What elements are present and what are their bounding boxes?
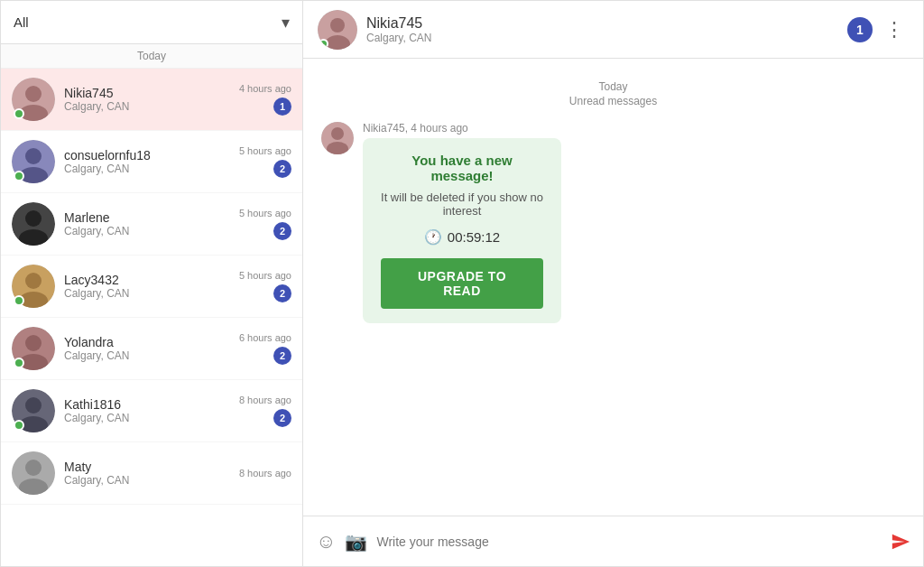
header-location: Calgary, CAN <box>366 32 847 44</box>
contact-item[interactable]: consuelornfu18 Calgary, CAN 5 hours ago … <box>1 131 302 193</box>
contact-item[interactable]: Maty Calgary, CAN 8 hours ago <box>1 442 302 505</box>
more-options-button[interactable]: ⋮ <box>880 18 909 42</box>
contact-info: Lacy3432 Calgary, CAN <box>64 273 239 300</box>
chat-body: Today Unread messages Nikia745, 4 hours … <box>303 59 923 516</box>
avatar-wrap <box>12 202 55 246</box>
contact-location: Calgary, CAN <box>64 225 239 237</box>
online-indicator <box>14 171 24 181</box>
contact-meta: 5 hours ago 2 <box>239 208 291 240</box>
svg-point-1 <box>25 86 42 102</box>
svg-point-19 <box>25 460 42 476</box>
contact-location: Calgary, CAN <box>64 412 239 424</box>
unread-badge: 2 <box>273 160 291 178</box>
message-row: Nikia745, 4 hours ago You have a new mes… <box>321 122 905 323</box>
contact-name: consuelornfu18 <box>64 148 239 163</box>
header-name: Nikia745 <box>366 15 847 32</box>
avatar-wrap <box>12 327 55 370</box>
contact-location: Calgary, CAN <box>64 100 239 113</box>
send-icon <box>891 532 910 552</box>
contact-name: Yolandra <box>64 335 239 349</box>
message-card: You have a new message! It will be delet… <box>363 138 561 323</box>
avatar-wrap <box>12 389 55 432</box>
contact-info: Yolandra Calgary, CAN <box>64 335 239 362</box>
unread-badge: 2 <box>273 409 291 427</box>
timer-row: 🕐 00:59:12 <box>381 228 543 246</box>
contact-time: 4 hours ago <box>239 83 291 94</box>
camera-button[interactable]: 📷 <box>345 531 367 553</box>
contact-item[interactable]: Lacy3432 Calgary, CAN 5 hours ago 2 <box>1 256 302 318</box>
right-panel: Nikia745 Calgary, CAN 1 ⋮ Today Unread m… <box>303 1 923 566</box>
chat-input-bar: ☺ 📷 <box>303 516 923 566</box>
online-indicator <box>14 358 24 368</box>
avatar-wrap <box>12 265 55 308</box>
chat-header: Nikia745 Calgary, CAN 1 ⋮ <box>303 1 923 59</box>
svg-point-22 <box>330 18 345 33</box>
left-panel: All ▾ Today Nikia745 Calgary, CAN 4 hour… <box>1 1 303 566</box>
notification-badge[interactable]: 1 <box>847 17 873 42</box>
clock-icon: 🕐 <box>424 228 442 246</box>
contact-meta: 6 hours ago 2 <box>239 332 291 365</box>
contact-name: Lacy3432 <box>64 273 239 287</box>
contact-time: 5 hours ago <box>239 270 291 281</box>
unread-badge: 2 <box>273 284 291 302</box>
message-card-title: You have a new message! <box>381 153 543 183</box>
contact-name: Maty <box>64 460 239 474</box>
contact-item[interactable]: Yolandra Calgary, CAN 6 hours ago 2 <box>1 318 302 380</box>
emoji-icon: ☺ <box>316 530 336 553</box>
contact-meta: 5 hours ago 2 <box>239 145 291 178</box>
contact-time: 5 hours ago <box>239 145 291 156</box>
contact-location: Calgary, CAN <box>64 287 239 300</box>
contact-info: Marlene Calgary, CAN <box>64 210 239 237</box>
header-avatar <box>318 10 357 50</box>
contact-time: 5 hours ago <box>239 208 291 218</box>
camera-icon: 📷 <box>345 532 367 552</box>
svg-point-16 <box>25 397 42 414</box>
app-container: All ▾ Today Nikia745 Calgary, CAN 4 hour… <box>0 0 924 567</box>
contact-item[interactable]: Nikia745 Calgary, CAN 4 hours ago 1 <box>1 69 302 131</box>
message-content: Nikia745, 4 hours ago You have a new mes… <box>363 122 561 323</box>
contact-meta: 4 hours ago 1 <box>239 83 291 116</box>
contact-location: Calgary, CAN <box>64 474 239 487</box>
avatar <box>12 202 55 246</box>
contact-time: 6 hours ago <box>239 332 291 343</box>
contact-location: Calgary, CAN <box>64 163 239 175</box>
contact-time: 8 hours ago <box>239 468 291 479</box>
avatar-wrap <box>12 451 55 495</box>
svg-point-4 <box>25 148 42 164</box>
online-indicator <box>14 108 24 119</box>
contact-item[interactable]: Marlene Calgary, CAN 5 hours ago 2 <box>1 193 302 256</box>
online-indicator <box>14 420 24 431</box>
timer-value: 00:59:12 <box>448 229 500 245</box>
date-divider: Today <box>321 80 905 93</box>
contacts-list: Nikia745 Calgary, CAN 4 hours ago 1 cons… <box>1 69 302 566</box>
upgrade-button[interactable]: UPGRADE TO READ <box>381 258 543 309</box>
avatar-wrap <box>12 78 55 121</box>
filter-dropdown-arrow[interactable]: ▾ <box>282 13 290 33</box>
header-info: Nikia745 Calgary, CAN <box>366 15 847 44</box>
send-button[interactable] <box>891 532 910 552</box>
contact-item[interactable]: Kathi1816 Calgary, CAN 8 hours ago 2 <box>1 380 302 442</box>
message-avatar <box>321 122 354 154</box>
message-sender-time: Nikia745, 4 hours ago <box>363 122 561 135</box>
unread-badge: 2 <box>273 222 291 240</box>
contact-info: Maty Calgary, CAN <box>64 460 239 487</box>
contact-location: Calgary, CAN <box>64 349 239 362</box>
contact-meta: 8 hours ago <box>239 468 291 479</box>
unread-divider: Unread messages <box>321 95 905 107</box>
section-today: Today <box>1 44 302 69</box>
avatar <box>12 451 55 495</box>
message-input[interactable] <box>376 534 882 549</box>
contact-name: Marlene <box>64 210 239 225</box>
contact-info: Nikia745 Calgary, CAN <box>64 86 239 113</box>
contact-info: consuelornfu18 Calgary, CAN <box>64 148 239 175</box>
emoji-button[interactable]: ☺ <box>316 530 336 553</box>
contact-name: Nikia745 <box>64 86 239 100</box>
online-indicator <box>14 295 24 306</box>
unread-badge: 1 <box>273 98 291 116</box>
filter-bar: All ▾ <box>1 1 302 44</box>
header-actions: 1 ⋮ <box>847 17 909 42</box>
header-online-indicator <box>319 39 328 49</box>
contact-meta: 8 hours ago 2 <box>239 395 291 427</box>
contact-name: Kathi1816 <box>64 397 239 412</box>
message-card-sub: It will be deleted if you show no intere… <box>381 191 543 218</box>
